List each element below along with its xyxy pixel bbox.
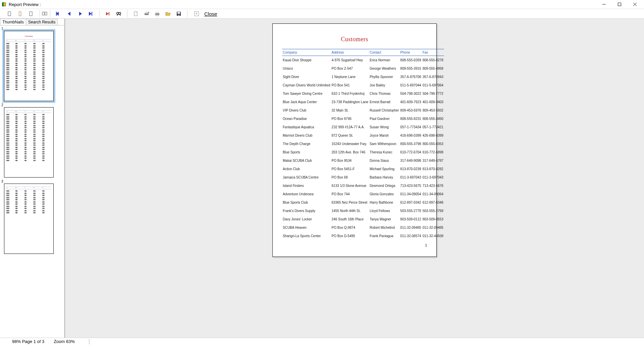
cell-phone: 011-32-09485 (399, 223, 422, 232)
sidebar: ThumbNails Search Results 1CustomersCoAd… (0, 19, 65, 338)
cell-phone: 416-698-0399 (399, 131, 422, 140)
cell-contact: Ernest Barratt (369, 98, 399, 106)
thumbnail-number: 2 (1, 103, 63, 107)
cell-company: Marmot Divers Club (282, 131, 331, 140)
cell-contact: George Weathers (369, 64, 399, 73)
svg-line-23 (117, 14, 118, 16)
cell-company: Sight Diver (282, 73, 331, 81)
cell-phone: 809-555-3915 (399, 64, 422, 73)
svg-marker-16 (79, 12, 82, 16)
status-separator (89, 339, 90, 344)
cell-fax: 317-649-6787 (422, 156, 444, 165)
open-icon[interactable] (164, 10, 172, 17)
search-icon[interactable] (115, 10, 122, 17)
cell-contact: Lloyd Fellows (369, 207, 399, 215)
zoom-fit-icon[interactable] (6, 10, 13, 17)
cell-address: PO Box Q-8874 (331, 223, 369, 232)
cell-company: Frank's Divers Supply (282, 207, 331, 215)
thumbnail-page-2[interactable]: CoAdCtPhFx██████████████████████████████… (4, 107, 54, 178)
cell-fax: 803-509-0553 (422, 215, 444, 223)
table-row: The Depth Charge15243 Underwater Fwy.Sam… (282, 140, 444, 148)
cell-contact: Michael Spurling (369, 165, 399, 173)
preview-area: Customers Company Address Contact Phone … (65, 19, 644, 338)
cell-address: 203 12th Ave. Box 746 (331, 148, 369, 156)
cell-address: Z32 999 #12A-77 A.A. (331, 123, 369, 131)
maximize-button[interactable] (612, 0, 627, 9)
cell-phone: 011-5-697044 (399, 81, 422, 89)
last-page-icon[interactable] (87, 10, 95, 17)
svg-rect-14 (56, 12, 57, 16)
cell-phone: 713-423-5675 (399, 182, 422, 190)
col-fax: Fax (422, 49, 444, 56)
print-icon[interactable] (154, 10, 161, 17)
cell-address: PO Box Z-547 (331, 64, 369, 73)
cell-company: Island Finders (282, 182, 331, 190)
cell-phone: 504-798-3022 (399, 89, 422, 98)
cell-company: Blue Sports Club (282, 198, 331, 207)
save-icon[interactable] (175, 10, 182, 17)
table-row: Kauai Dive Shoppe4-976 Sugarloaf HwyEric… (282, 56, 444, 65)
svg-point-21 (117, 12, 119, 14)
svg-rect-36 (178, 14, 180, 16)
cell-address: PO Box 541 (331, 81, 369, 89)
cell-address: 1 Neptune Lane (331, 73, 369, 81)
close-window-button[interactable] (627, 0, 643, 9)
col-contact: Contact (369, 49, 399, 56)
col-company: Company (282, 49, 331, 56)
goto-page-icon[interactable] (104, 10, 112, 17)
cell-contact: Chris Thomas (369, 89, 399, 98)
table-row: Jamaica SCUBA CentrePO Box 68Barbara Har… (282, 173, 444, 182)
print-setup-icon[interactable] (143, 10, 150, 17)
cell-address: PO Box 5451-F (331, 165, 369, 173)
cell-contact: Paul Gardner (369, 115, 399, 123)
cell-phone: 809-453-5976 (399, 106, 422, 115)
first-page-icon[interactable] (55, 10, 62, 17)
minimize-button[interactable] (596, 0, 612, 9)
zoom-100-icon[interactable] (17, 10, 24, 17)
cell-fax: 401-609-9403 (422, 98, 444, 106)
cell-fax: 809-453-5932 (422, 106, 444, 115)
cell-company: Jamaica SCUBA Centre (282, 173, 331, 182)
table-row: Ocean ParadisePO Box 8745Paul Gardner808… (282, 115, 444, 123)
svg-point-22 (119, 12, 121, 14)
tab-thumbnails[interactable]: ThumbNails (0, 19, 26, 25)
cell-company: Fantastique Aquatica (282, 123, 331, 131)
svg-marker-33 (166, 12, 170, 15)
cell-company: Adventure Undersea (282, 190, 331, 198)
cell-fax: 011-5-697064 (422, 81, 444, 89)
zoom-width-icon[interactable] (28, 10, 35, 17)
thumbnail-page-1[interactable]: CustomersCoAdCtPhFx█████████████████████… (4, 31, 54, 101)
cell-company: Cayman Divers World Unlimited (282, 81, 331, 89)
close-box-icon[interactable]: ✕ (194, 11, 199, 16)
cell-fax: 612-897-0348 (422, 198, 444, 207)
svg-rect-20 (109, 12, 109, 15)
status-zoom: Zoom 63% (54, 339, 75, 344)
cell-contact: Joe Bailey (369, 81, 399, 89)
cell-contact: Erica Norman (369, 56, 399, 65)
cell-phone: 011-3-697043 (399, 173, 422, 182)
close-button[interactable]: Close (204, 11, 217, 17)
thumbnail-page-3[interactable]: CoAdCtPhFx██████████████████████████████… (4, 184, 54, 254)
table-row: Blue Sports203 12th Ave. Box 746Theresa … (282, 148, 444, 156)
cell-fax: 503-555-2769 (422, 207, 444, 215)
cell-company: VIP Divers Club (282, 106, 331, 115)
new-page-icon[interactable] (132, 10, 140, 17)
col-address: Address (331, 49, 369, 56)
cell-phone: 011-34-09054 (399, 190, 422, 198)
cell-fax: 808-555-0278 (422, 56, 444, 65)
cell-company: Davy Jones' Locker (282, 215, 331, 223)
prev-page-icon[interactable] (66, 10, 73, 17)
cell-fax: 011-32-09485 (422, 223, 444, 232)
next-page-icon[interactable] (76, 10, 84, 17)
app-icon (1, 2, 7, 7)
cell-address: 632-1 Third Frydenhoj (331, 89, 369, 98)
svg-marker-15 (68, 12, 70, 16)
table-row: Sight Diver1 Neptune LanePhyllis Spooner… (282, 73, 444, 81)
multi-page-icon[interactable] (41, 10, 49, 17)
cell-phone: 800-555-3798 (399, 140, 422, 148)
tab-search-results[interactable]: Search Results (26, 19, 58, 25)
cell-phone: 057-1-773434 (399, 123, 422, 131)
cell-fax: 011-3-697043 (422, 173, 444, 182)
cell-address: 246 South 16th Place (331, 215, 369, 223)
thumbnail-list: 1CustomersCoAdCtPhFx████████████████████… (0, 25, 64, 338)
